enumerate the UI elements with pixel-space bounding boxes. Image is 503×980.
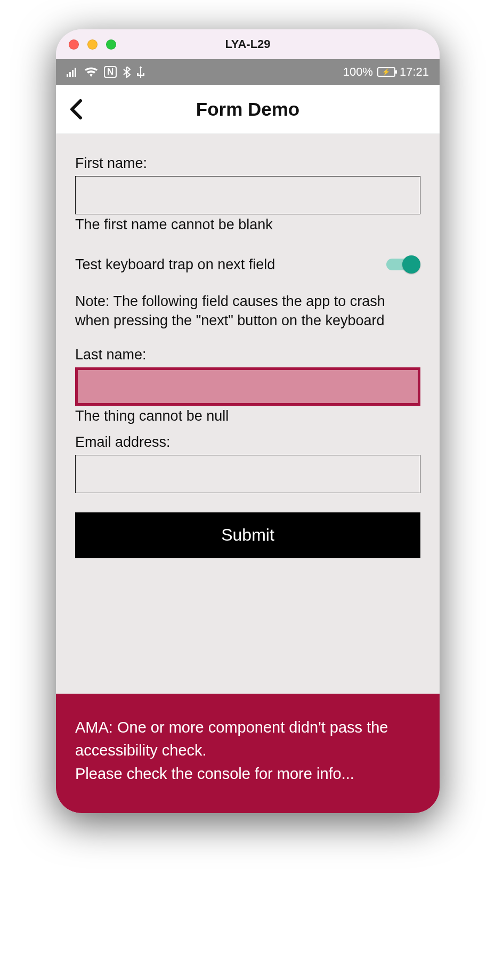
crash-note: Note: The following field causes the app…: [75, 292, 420, 331]
accessibility-error-banner: AMA: One or more component didn't pass t…: [56, 694, 440, 814]
svg-rect-1: [69, 72, 71, 77]
signal-icon: [67, 67, 78, 77]
trap-toggle-label: Test keyboard trap on next field: [75, 256, 275, 273]
svg-rect-3: [75, 68, 76, 77]
banner-line-1: AMA: One or more component didn't pass t…: [75, 716, 420, 762]
nfc-icon: N: [104, 66, 117, 78]
wifi-icon: [85, 67, 98, 77]
window-title: LYA-L29: [56, 37, 440, 51]
first-name-input[interactable]: [75, 176, 420, 214]
device-frame: LYA-L29 N: [56, 29, 440, 813]
battery-icon: ⚡: [377, 67, 395, 77]
submit-button[interactable]: Submit: [75, 512, 420, 558]
svg-rect-0: [67, 74, 68, 77]
svg-rect-2: [72, 70, 74, 77]
last-name-input[interactable]: [75, 367, 420, 406]
clock-text: 17:21: [400, 65, 429, 79]
trap-toggle-row: Test keyboard trap on next field: [75, 255, 420, 274]
first-name-label: First name:: [75, 155, 420, 172]
banner-line-2: Please check the console for more info..…: [75, 762, 420, 786]
first-name-helper: The first name cannot be blank: [75, 216, 420, 233]
battery-percent: 100%: [343, 65, 373, 79]
form: First name: The first name cannot be bla…: [56, 134, 440, 694]
trap-toggle-switch[interactable]: [385, 255, 420, 274]
page-title: Form Demo: [56, 99, 440, 120]
status-bar: N 100% ⚡ 17:21: [56, 59, 440, 85]
last-name-label: Last name:: [75, 347, 420, 363]
app-header: Form Demo: [56, 85, 440, 134]
switch-knob: [402, 255, 420, 274]
content-area: First name: The first name cannot be bla…: [56, 134, 440, 813]
email-label: Email address:: [75, 434, 420, 451]
usb-icon: [137, 66, 144, 78]
email-input[interactable]: [75, 455, 420, 493]
last-name-helper: The thing cannot be null: [75, 408, 420, 424]
bluetooth-icon: [123, 66, 131, 78]
window-titlebar: LYA-L29: [56, 29, 440, 59]
first-name-field-block: First name: The first name cannot be bla…: [75, 155, 420, 233]
